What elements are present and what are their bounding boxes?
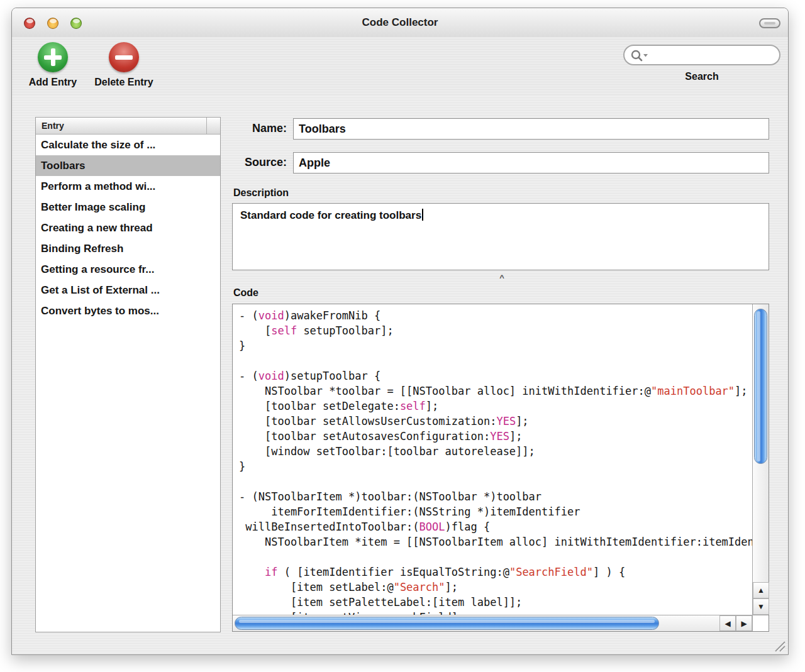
content-area: Entry Calculate the size of ...ToolbarsP… [12, 96, 788, 654]
code-line [239, 549, 752, 565]
chevron-down-icon [643, 54, 648, 57]
add-entry-button[interactable]: Add Entry [24, 42, 82, 88]
code-line: NSToolbarItem *item = [[NSToolbarItem al… [239, 534, 752, 549]
code-editor: - (void)awakeFromNib { [self setupToolba… [232, 304, 769, 632]
list-item[interactable]: Better Image scaling [36, 197, 220, 218]
code-line: - (void)setupToolbar { [239, 368, 752, 383]
scroll-up-arrow[interactable]: ▲ [753, 582, 769, 598]
entry-header-label: Entry [42, 121, 64, 131]
scrollbar-corner [752, 615, 769, 631]
name-field[interactable] [293, 118, 769, 140]
scrollbar-header-stub [206, 118, 220, 134]
code-line: [window setToolbar:[toolbar autorelease]… [239, 444, 752, 459]
list-item[interactable]: Getting a resource fr... [36, 259, 220, 280]
list-item[interactable]: Get a List of External ... [36, 280, 220, 300]
description-field[interactable]: Standard code for creating toolbars [232, 203, 769, 270]
code-line: itemForItemIdentifier:(NSString *)itemId… [239, 504, 752, 519]
code-line: willBeInsertedIntoToolbar:(BOOL)flag { [239, 519, 752, 534]
scroll-left-arrow[interactable]: ◀ [719, 615, 736, 631]
code-line: - (NSToolbarItem *)toolbar:(NSToolbar *)… [239, 489, 752, 504]
scroll-right-arrow[interactable]: ▶ [736, 615, 752, 631]
code-line: [item setLabel:@"Search"]; [239, 580, 752, 595]
source-label: Source: [219, 156, 287, 169]
window-title: Code Collector [12, 16, 788, 29]
code-line: } [239, 338, 752, 353]
plus-icon [38, 42, 68, 72]
add-entry-label: Add Entry [24, 77, 82, 88]
horizontal-scrollbar-thumb[interactable] [235, 617, 659, 630]
delete-entry-label: Delete Entry [87, 77, 160, 88]
entry-list-body: Calculate the size of ...ToolbarsPerform… [36, 135, 220, 632]
code-line: [toolbar setAllowsUserCustomization:YES]… [239, 414, 752, 429]
code-line: [item setPaletteLabel:[item label]]; [239, 595, 752, 610]
code-line [239, 474, 752, 489]
search-input[interactable] [623, 45, 780, 65]
toolbar: Add Entry Delete Entry Search [12, 37, 788, 95]
vertical-scroll-arrows: ▲ ▼ [753, 582, 769, 615]
list-item[interactable]: Toolbars [36, 155, 220, 176]
name-label: Name: [224, 122, 287, 135]
entry-column-header[interactable]: Entry [36, 118, 220, 135]
code-line: [toolbar setDelegate:self]; [239, 399, 752, 414]
code-text-area[interactable]: - (void)awakeFromNib { [self setupToolba… [233, 304, 752, 615]
text-cursor [422, 209, 423, 221]
vertical-scrollbar-thumb[interactable] [754, 309, 767, 464]
search-toolbar-item: Search [623, 45, 780, 82]
app-window: Code Collector Add Entry Delete Entry Se… [11, 8, 789, 655]
list-item[interactable]: Calculate the size of ... [36, 135, 220, 155]
minus-icon [109, 42, 139, 72]
code-line: - (void)awakeFromNib { [239, 308, 752, 323]
code-label: Code [233, 287, 258, 299]
code-line: [item setView:searchField]; [239, 610, 752, 615]
code-line: [self setupToolbar]; [239, 323, 752, 338]
description-text: Standard code for creating toolbars [240, 209, 421, 221]
source-field[interactable] [293, 152, 769, 174]
code-line: NSToolbar *toolbar = [[NSToolbar alloc] … [239, 383, 752, 399]
search-icon[interactable] [630, 49, 649, 63]
description-label: Description [233, 187, 289, 199]
entry-list: Entry Calculate the size of ...ToolbarsP… [35, 117, 221, 632]
code-line: } [239, 459, 752, 474]
scroll-down-arrow[interactable]: ▼ [753, 598, 769, 615]
list-item[interactable]: Convert bytes to mos... [36, 300, 220, 321]
delete-entry-button[interactable]: Delete Entry [87, 42, 160, 88]
list-item[interactable]: Creating a new thread [36, 218, 220, 238]
horizontal-scrollbar[interactable]: ◀ ▶ [233, 615, 752, 631]
toolbar-toggle-button[interactable] [759, 18, 780, 28]
code-line: if ( [itemIdentifier isEqualToString:@"S… [239, 565, 752, 580]
list-item[interactable]: Binding Refresh [36, 238, 220, 259]
list-item[interactable]: Perform a method wi... [36, 176, 220, 197]
code-line: [toolbar setAutosavesConfiguration:YES]; [239, 429, 752, 444]
window-resize-grip[interactable] [772, 638, 786, 652]
search-label: Search [623, 71, 780, 82]
vertical-scrollbar[interactable]: ▲ ▼ [752, 304, 769, 615]
splitter-handle[interactable]: ^ [496, 273, 508, 280]
code-line [239, 353, 752, 368]
title-bar[interactable]: Code Collector [12, 8, 788, 37]
